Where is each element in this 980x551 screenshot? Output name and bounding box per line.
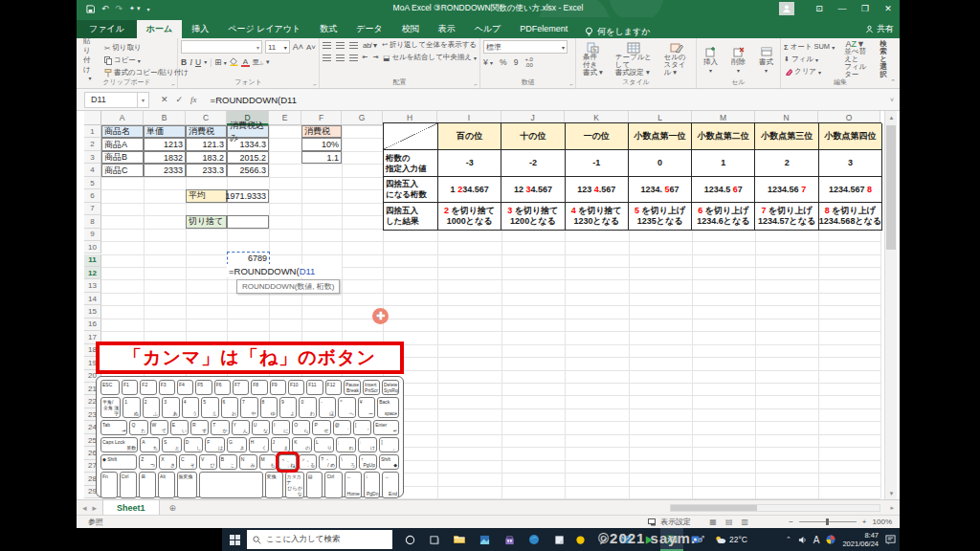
hscroll-right-icon[interactable]: ▸ (890, 504, 894, 512)
select-all-corner[interactable] (84, 111, 101, 125)
key-U[interactable]: Uな (252, 420, 270, 435)
key-Y[interactable]: Yん (232, 420, 250, 435)
key-4[interactable]: 4う (182, 397, 199, 418)
row-header-5[interactable]: 5 (84, 177, 101, 189)
key-^[interactable]: ^へ (338, 397, 355, 418)
product-cell-0-2[interactable]: 121.3 (186, 138, 227, 150)
sticky-notes-icon[interactable] (547, 528, 570, 551)
display-settings-button[interactable]: 表示設定 (648, 517, 691, 527)
tray-chevron-icon[interactable]: ⌃ (786, 536, 791, 543)
product-cell-0-1[interactable]: 1213 (144, 138, 186, 150)
font-color-icon[interactable]: A (241, 56, 250, 67)
vertical-scrollbar[interactable]: ▲ ▼ (884, 111, 897, 499)
column-header-B[interactable]: B (144, 111, 186, 125)
key-Delete[interactable]: DeleteSysRq (382, 380, 399, 395)
alignment-dialog-launcher[interactable]: ⌐ (474, 81, 478, 87)
align-top-icon[interactable] (323, 42, 331, 49)
key-N[interactable]: Nみ (239, 454, 257, 470)
percent-format-icon[interactable]: % (500, 57, 507, 67)
sheet-nav-left-icon[interactable]: ◂ (77, 503, 93, 513)
recorder-dot-icon[interactable] (568, 528, 591, 551)
scroll-up-icon[interactable]: ▲ (885, 111, 898, 123)
redo-icon[interactable]: ↷ (116, 4, 123, 13)
fill-button[interactable]: ⬇フィル ▾ (784, 55, 835, 64)
key-5[interactable]: 5え (201, 397, 218, 418)
align-right-icon[interactable] (349, 55, 358, 61)
key-F3[interactable]: F3 (159, 380, 175, 395)
key-\[interactable]: \ろ (339, 454, 357, 470)
font-dialog-launcher[interactable]: ⌐ (313, 81, 317, 87)
key-→[interactable]: →End (382, 472, 399, 498)
orientation-icon[interactable]: ab̸ ▾ (363, 41, 377, 50)
key-¥[interactable]: ¥ー (358, 397, 375, 418)
row-header-3[interactable]: 3 (84, 151, 101, 164)
italic-button[interactable]: I (189, 57, 192, 67)
confirm-entry-icon[interactable]: ✓ (176, 95, 184, 104)
format-as-table-button[interactable]: テーブルとして 書式設定 ▾ (612, 41, 657, 77)
key-:[interactable]: :け (358, 437, 378, 452)
fill-color-icon[interactable] (230, 57, 238, 66)
cut-button[interactable]: ✂切り取り (104, 43, 189, 53)
horizontal-scroll-thumb[interactable] (671, 505, 757, 511)
qat-customize-icon[interactable]: ▾ (146, 6, 149, 12)
scroll-down-icon[interactable]: ▼ (885, 487, 898, 499)
product-cell-1-2[interactable]: 183.2 (186, 151, 227, 164)
excel-taskbar-icon[interactable]: X (660, 528, 683, 551)
key-1[interactable]: 1ぬ (122, 397, 140, 418)
underline-button[interactable]: U (195, 57, 201, 67)
save-icon[interactable] (86, 5, 95, 13)
product-cell-1-3[interactable]: 2015.2 (227, 151, 269, 164)
borders-icon[interactable]: ⊞ ▾ (214, 57, 227, 67)
minimize-button[interactable]: — (831, 0, 854, 17)
key-ESC[interactable]: ESC (100, 380, 120, 395)
format-cells-button[interactable]: 書式▾ (755, 41, 777, 77)
key-E[interactable]: Eい (170, 420, 189, 435)
cell-styles-button[interactable]: セルの スタイル ▾ (660, 41, 693, 77)
key-F10[interactable]: F10 (288, 380, 304, 395)
key-＞ 。[interactable]: ＞ 。. る (299, 454, 317, 470)
taskbar-search[interactable]: ここに入力して検索 (247, 530, 392, 549)
average-label[interactable]: 平均 (186, 189, 227, 202)
key-F1[interactable]: F1 (122, 380, 138, 395)
key-F[interactable]: Fは (205, 437, 225, 452)
ribbon-display-options-icon[interactable]: ⊡ (808, 0, 831, 17)
key-[[interactable]: [「 (353, 420, 371, 435)
name-box-dropdown-icon[interactable]: ▾ (138, 92, 149, 108)
insert-cells-button[interactable]: 挿入▾ (700, 41, 722, 77)
row-header-9[interactable]: 9 (84, 229, 101, 241)
sort-filter-button[interactable]: AZ▼ 並べ替えと フィルター (840, 40, 870, 77)
key-;[interactable]: ;れ (336, 437, 356, 452)
phonetic-guide-icon[interactable]: 亜ふ ▾ (253, 57, 270, 67)
cancel-entry-icon[interactable]: ✕ (161, 95, 168, 104)
key-space[interactable] (199, 472, 262, 498)
wrap-text-button[interactable]: ↩折り返して全体を表示する (382, 40, 477, 50)
zoom-level[interactable]: 100% (873, 518, 892, 526)
key-Fn[interactable]: Fn (100, 472, 118, 498)
row-header-8[interactable]: 8 (84, 215, 101, 228)
key-? ・[interactable]: ? ・/ め (319, 454, 337, 470)
key-comma-ne[interactable]: ＜ 、, ね (278, 454, 297, 470)
product-header-0[interactable]: 商品名 (101, 125, 144, 138)
product-header-3[interactable]: 消費税込み (227, 125, 269, 138)
autosum-button[interactable]: Σオート SUM ▾ (784, 42, 835, 52)
tab-home[interactable]: ホーム (137, 20, 182, 38)
key-F12[interactable]: F12 (325, 380, 342, 395)
key-8[interactable]: 8ゆ (260, 397, 278, 418)
font-name-select[interactable]: ▾ (181, 40, 262, 54)
mail-icon[interactable] (614, 528, 637, 551)
page-layout-view-icon[interactable]: ▤ (725, 518, 733, 526)
column-header-A[interactable]: A (101, 111, 144, 125)
product-cell-1-0[interactable]: 商品B (101, 151, 144, 164)
key-B[interactable]: Bこ (219, 454, 237, 470)
align-center-icon[interactable] (336, 55, 345, 61)
product-header-2[interactable]: 消費税 (186, 125, 227, 138)
name-box[interactable]: D11 (84, 92, 138, 108)
account-avatar[interactable] (779, 2, 794, 15)
key-X[interactable]: Xさ (159, 454, 177, 470)
vertical-scroll-thumb[interactable] (886, 125, 896, 250)
key-Enter[interactable]: Enter↵ (373, 420, 399, 435)
key-L[interactable]: Lり (314, 437, 334, 452)
cell-d12-editing[interactable]: =ROUNDDOWN(D11 (227, 264, 342, 277)
key-Ctrl[interactable]: Ctrl (324, 472, 343, 498)
key-Pause[interactable]: PauseBreak (344, 380, 361, 395)
